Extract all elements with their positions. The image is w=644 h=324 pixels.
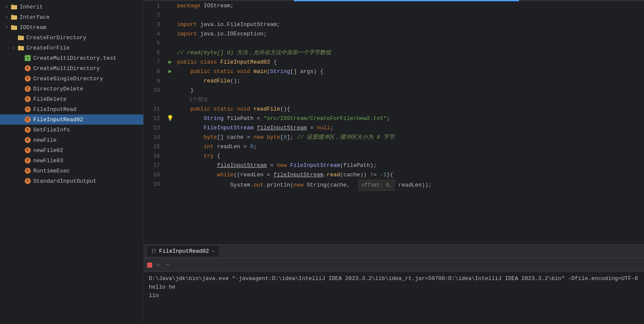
line-content: package IOStream;: [175, 1, 644, 11]
chevron-icon[interactable]: [3, 4, 10, 9]
token-plain: [264, 134, 267, 140]
line-content: import java.io.IOException;: [175, 29, 644, 39]
sidebar-item-inherit[interactable]: Inherit: [0, 2, 143, 12]
line-content: String filePath = "src/IOStream/CreateFo…: [175, 114, 644, 123]
sidebar-item-label: newFile03: [33, 158, 63, 164]
folder-icon: [10, 13, 18, 21]
sidebar-item-getfileinfo[interactable]: CGetFileInfo: [0, 125, 143, 135]
chevron-icon[interactable]: [3, 15, 10, 20]
sidebar-item-newfile02[interactable]: CnewFile02: [0, 145, 143, 155]
sidebar-item-filedelete[interactable]: CFileDelete: [0, 94, 143, 104]
sidebar-item-createsingledirectory[interactable]: CCreateSingleDirectory: [0, 73, 143, 84]
sidebar-item-directorydelete[interactable]: CDirectoryDelete: [0, 84, 143, 94]
token-plain: {: [214, 153, 220, 159]
sidebar-item-fileinputread[interactable]: CFileInputRead: [0, 104, 143, 114]
sidebar-item-createmultidirectory[interactable]: CCreateMultiDirectory: [0, 63, 143, 73]
terminal-toolbar: ↻ ⋯: [144, 258, 644, 272]
token-comment: // read(byte[] d) 方法，允许在方法中添加一个字节数组: [177, 50, 331, 56]
tab-label: FileInputRead02: [159, 248, 209, 254]
code-line: 14 byte[] cache = new byte[8]; // 设置缓冲区，…: [144, 133, 644, 142]
token-plain: }{: [387, 172, 394, 178]
token-kw: package: [177, 3, 200, 9]
token-plain: ;: [253, 143, 257, 150]
sidebar-item-createfordirectory[interactable]: CreateForDirectory: [0, 32, 143, 43]
token-type: FileInputStream: [290, 162, 340, 169]
bulb-gutter-icon[interactable]: 💡: [165, 114, 175, 123]
token-kw: static: [214, 106, 234, 112]
token-plain: }: [177, 87, 194, 93]
terminal-command: D:\Java\jdk\bin\java.exe "-javaagent:D:\…: [149, 274, 639, 283]
class-icon: C: [25, 76, 31, 82]
token-kw: public: [190, 106, 210, 112]
sidebar-item-iostream[interactable]: IOStream: [0, 22, 143, 32]
line-number: 4: [144, 29, 165, 39]
run-gutter-icon[interactable]: ▶: [165, 58, 175, 67]
terminal-rerun-button[interactable]: ↻: [155, 262, 162, 269]
token-plain: [350, 182, 357, 188]
token-kw: null: [317, 125, 330, 131]
class-icon: C: [25, 86, 31, 92]
sidebar-item-runtimeexec[interactable]: CRuntimeExec: [0, 166, 143, 176]
run-gutter-icon[interactable]: ▶: [165, 67, 175, 76]
sidebar-item-label: IOStream: [20, 24, 46, 31]
token-plain: =: [267, 162, 277, 169]
terminal-stop-button[interactable]: [147, 263, 152, 268]
sidebar-item-newfile[interactable]: CnewFile: [0, 135, 143, 145]
token-kw: while: [217, 172, 234, 178]
token-plain: [177, 153, 203, 159]
code-line: 6// read(byte[] d) 方法，允许在方法中添加一个字节数组: [144, 48, 644, 58]
sidebar-item-newfile03[interactable]: CnewFile03: [0, 155, 143, 166]
chevron-icon[interactable]: [10, 45, 17, 50]
sidebar-item-fileinputread02[interactable]: CFileInputRead02: [0, 114, 143, 125]
line-content: import java.io.FileInputStream;: [175, 20, 644, 29]
folder-icon: [17, 44, 25, 52]
token-plain: (){: [280, 106, 290, 112]
run-icon[interactable]: ▶: [168, 67, 172, 76]
line-content: fileInputStream = new FileInputStream(fi…: [175, 161, 644, 170]
bulb-icon[interactable]: 💡: [167, 114, 174, 123]
token-plain: ();: [230, 78, 240, 84]
class-icon: C: [25, 127, 31, 133]
run-icon[interactable]: ▶: [168, 58, 172, 67]
token-plain: [] cache =: [217, 134, 254, 140]
sidebar-item-interface[interactable]: Interface: [0, 12, 143, 22]
chevron-icon[interactable]: [3, 25, 10, 30]
token-plain: java.io.IOException;: [197, 31, 267, 37]
token-plain: .: [323, 172, 327, 178]
token-fn: readFile: [203, 78, 230, 84]
svg-rect-7: [18, 35, 20, 37]
sidebar-item-standardinputoutput[interactable]: CStandardInputOutput: [0, 176, 143, 186]
sidebar-item-label: CreateMultiDirectory.test: [33, 55, 116, 61]
token-plain: [210, 106, 214, 112]
terminal-more-button[interactable]: ⋯: [164, 262, 171, 269]
line-number: 14: [144, 133, 165, 142]
code-line: 9 readFile();: [144, 76, 644, 86]
token-plain: ;: [387, 115, 390, 122]
token-plain underline: fileInputStream: [217, 162, 267, 169]
class-icon: C: [24, 116, 32, 123]
terminal-content[interactable]: D:\Java\jdk\bin\java.exe "-javaagent:D:\…: [144, 272, 644, 324]
terminal-area: ↻ ⋯ D:\Java\jdk\bin\java.exe "-javaagent…: [144, 258, 644, 324]
token-plain: [177, 115, 203, 122]
sidebar-item-createforfile[interactable]: CreateForFile: [0, 43, 143, 53]
token-plain: [250, 106, 254, 112]
line-content: System.out.println(new String(cache, off…: [175, 180, 644, 191]
token-plain: [197, 59, 200, 65]
tab-close-button[interactable]: ×: [212, 249, 215, 254]
token-plain: ;: [330, 125, 334, 131]
sidebar-item-createmultidirectory-test[interactable]: TCreateMultiDirectory.test: [0, 53, 143, 63]
code-line: 17 fileInputStream = new FileInputStream…: [144, 161, 644, 170]
code-editor[interactable]: 1package IOStream;23import java.io.FileI…: [144, 1, 644, 244]
token-type: FileInputStream: [203, 125, 253, 131]
class-icon: C: [24, 167, 32, 175]
line-content: }: [175, 86, 644, 95]
active-tab[interactable]: 行 FileInputRead02 ×: [147, 246, 219, 257]
line-number: 8: [144, 67, 165, 76]
line-content: 1个用法: [175, 95, 644, 105]
class-icon: C: [24, 75, 32, 82]
sidebar-item-label: CreateSingleDirectory: [33, 76, 103, 82]
token-plain: [: [280, 134, 284, 140]
token-kw: import: [177, 31, 197, 37]
class-icon: C: [25, 96, 31, 102]
token-plain: [] args) {: [290, 68, 323, 75]
